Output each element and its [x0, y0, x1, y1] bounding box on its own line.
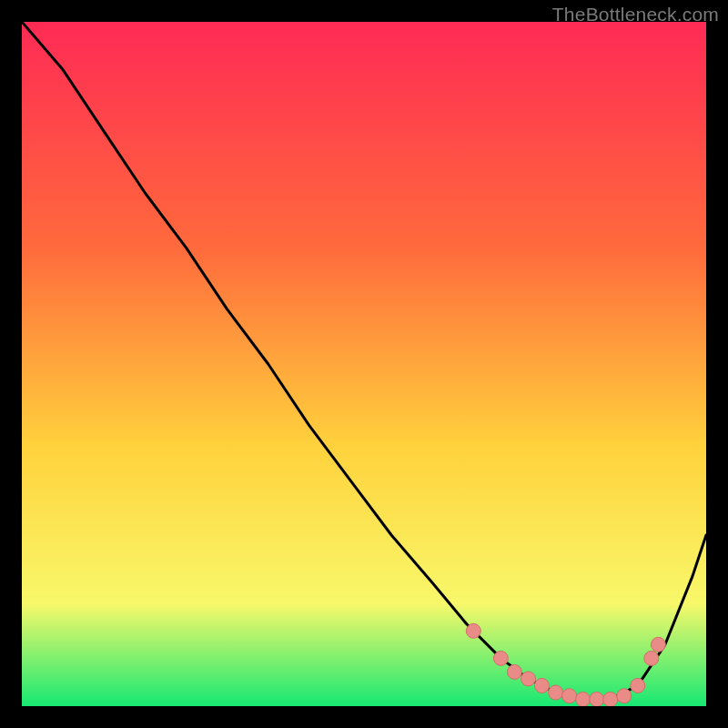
marker-dot	[603, 693, 618, 707]
marker-dot	[562, 689, 577, 703]
marker-dot	[590, 693, 604, 707]
marker-dot	[644, 651, 659, 665]
marker-dot	[535, 678, 550, 693]
plot-background	[22, 22, 706, 706]
marker-dot	[631, 678, 645, 693]
marker-dot	[576, 693, 591, 707]
marker-dot	[507, 664, 521, 679]
marker-dot	[549, 685, 563, 700]
marker-dot	[493, 651, 508, 665]
chart-stage: TheBottleneck.com	[0, 0, 728, 728]
marker-dot	[466, 623, 480, 638]
marker-dot	[651, 637, 665, 652]
marker-dot	[617, 689, 632, 703]
bottleneck-chart	[22, 22, 706, 706]
marker-dot	[521, 672, 536, 686]
